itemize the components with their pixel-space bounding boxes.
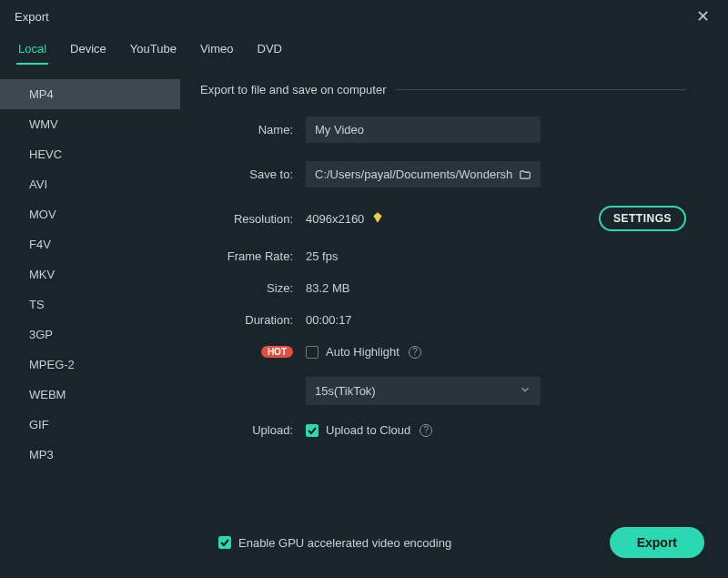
format-mkv[interactable]: MKV (0, 259, 180, 289)
format-mpeg2[interactable]: MPEG-2 (0, 350, 180, 380)
chevron-down-icon (519, 383, 531, 399)
premium-icon (371, 211, 384, 227)
section-title: Export to file and save on computer (200, 83, 387, 96)
tab-device[interactable]: Device (68, 36, 108, 65)
format-gif[interactable]: GIF (0, 410, 180, 440)
format-f4v[interactable]: F4V (0, 229, 180, 259)
export-button[interactable]: Export (610, 527, 704, 558)
auto-highlight-checkbox[interactable] (306, 346, 318, 359)
format-hevc[interactable]: HEVC (0, 139, 180, 169)
duration-value: 00:00:17 (306, 313, 352, 327)
format-mov[interactable]: MOV (0, 199, 180, 229)
divider (396, 89, 686, 90)
format-sidebar: MP4 WMV HEVC AVI MOV F4V MKV TS 3GP MPEG… (0, 65, 180, 547)
close-icon[interactable]: ✕ (689, 3, 717, 30)
size-label: Size: (200, 281, 306, 295)
preset-select[interactable]: 15s(TikTok) (306, 377, 541, 405)
settings-button[interactable]: SETTINGS (599, 206, 686, 231)
upload-label: Upload: (200, 423, 306, 437)
footer: Enable GPU accelerated video encoding Ex… (0, 512, 728, 578)
upload-cloud-label: Upload to Cloud (326, 423, 410, 437)
format-mp3[interactable]: MP3 (0, 440, 180, 470)
saveto-box (306, 161, 541, 188)
name-input[interactable] (306, 117, 541, 143)
hot-badge: HOT (261, 346, 293, 358)
help-icon[interactable]: ? (420, 424, 432, 437)
resolution-label: Resolution: (200, 212, 306, 226)
gpu-label: Enable GPU accelerated video encoding (238, 536, 451, 550)
section-header: Export to file and save on computer (200, 83, 686, 96)
auto-highlight-label: Auto Highlight (326, 345, 399, 359)
tab-vimeo[interactable]: Vimeo (198, 36, 236, 65)
format-mp4[interactable]: MP4 (0, 79, 180, 109)
tab-youtube[interactable]: YouTube (128, 36, 178, 65)
format-ts[interactable]: TS (0, 289, 180, 319)
framerate-label: Frame Rate: (200, 249, 306, 263)
folder-icon[interactable] (519, 168, 531, 181)
resolution-value: 4096x2160 (306, 212, 364, 226)
format-avi[interactable]: AVI (0, 169, 180, 199)
duration-label: Duration: (200, 313, 306, 327)
main-panel: Export to file and save on computer Name… (180, 65, 728, 547)
titlebar: Export ✕ (0, 0, 728, 27)
format-wmv[interactable]: WMV (0, 109, 180, 139)
tab-dvd[interactable]: DVD (256, 36, 284, 65)
window-title: Export (15, 10, 49, 24)
tab-local[interactable]: Local (16, 36, 48, 65)
format-3gp[interactable]: 3GP (0, 319, 180, 350)
help-icon[interactable]: ? (409, 346, 421, 359)
tab-bar: Local Device YouTube Vimeo DVD (0, 27, 728, 65)
preset-select-value: 15s(TikTok) (315, 384, 376, 398)
upload-cloud-checkbox[interactable] (306, 424, 318, 437)
gpu-checkbox[interactable] (218, 536, 231, 549)
saveto-input[interactable] (306, 161, 519, 188)
name-label: Name: (200, 123, 306, 137)
framerate-value: 25 fps (306, 249, 338, 263)
format-webm[interactable]: WEBM (0, 380, 180, 410)
content: MP4 WMV HEVC AVI MOV F4V MKV TS 3GP MPEG… (0, 65, 728, 547)
saveto-label: Save to: (200, 167, 306, 181)
size-value: 83.2 MB (306, 281, 349, 295)
